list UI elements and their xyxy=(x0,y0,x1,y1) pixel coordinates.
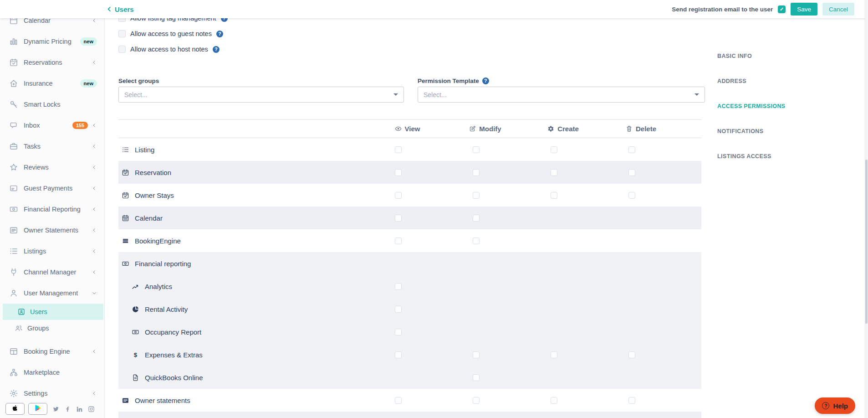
row-label: BookingEngine xyxy=(135,237,181,245)
linkedin-icon[interactable] xyxy=(76,406,83,413)
help-button[interactable]: Help xyxy=(815,397,855,414)
perm-checkbox[interactable] xyxy=(473,374,480,381)
sidebar-item-groups[interactable]: Groups xyxy=(0,320,104,336)
back-chevron-icon xyxy=(106,6,112,12)
perm-checkbox[interactable] xyxy=(473,215,480,222)
send-registration-checkbox[interactable] xyxy=(778,5,786,13)
perm-cell-delete xyxy=(593,169,671,176)
trash-icon xyxy=(626,125,633,132)
sidebar-item-inbox[interactable]: Inbox155 xyxy=(0,115,104,136)
perm-cell-create xyxy=(515,192,593,199)
sidebar-item-listings[interactable]: Listings xyxy=(0,241,104,262)
vertical-scrollbar[interactable] xyxy=(865,0,868,418)
sidebar-item-label: Users xyxy=(30,308,96,315)
sidebar-item-label: Inbox xyxy=(24,122,72,129)
permission-template-select[interactable]: Select... xyxy=(418,87,705,103)
perm-checkbox[interactable] xyxy=(395,351,402,358)
perm-checkbox[interactable] xyxy=(551,192,557,199)
perm-checkbox[interactable] xyxy=(551,146,557,153)
perm-checkbox[interactable] xyxy=(473,146,480,153)
groups-select[interactable]: Select... xyxy=(118,87,404,103)
right-nav-listings-access[interactable]: LISTINGS ACCESS xyxy=(717,152,786,161)
sidebar-item-guest-payments[interactable]: Guest Payments xyxy=(0,178,104,199)
topbar-actions: Send registration email to the user Save… xyxy=(672,0,854,18)
perm-checkbox[interactable] xyxy=(473,351,480,358)
right-nav-notifications[interactable]: NOTIFICATIONS xyxy=(717,127,786,136)
perm-checkbox[interactable] xyxy=(628,351,635,358)
sidebar-item-tasks[interactable]: Tasks xyxy=(0,136,104,157)
perm-checkbox[interactable] xyxy=(395,397,402,404)
perm-checkbox[interactable] xyxy=(395,237,402,244)
perm-checkbox[interactable] xyxy=(395,146,402,153)
sidebar-item-label: Groups xyxy=(27,325,97,332)
sidebar-item-channel-manager[interactable]: Channel Manager xyxy=(0,262,104,283)
sidebar-item-reservations[interactable]: Reservations xyxy=(0,52,104,73)
help-icon[interactable] xyxy=(213,46,220,53)
help-icon[interactable] xyxy=(482,77,489,84)
right-nav-address[interactable]: ADDRESS xyxy=(717,77,786,86)
right-section-nav: BASIC INFOADDRESSACCESS PERMISSIONSNOTIF… xyxy=(717,52,786,161)
perm-checkbox[interactable] xyxy=(551,351,557,358)
instagram-icon[interactable] xyxy=(88,406,95,413)
sidebar-footer xyxy=(5,403,95,415)
app-root: CalendarDynamic PricingnewReservationsIn… xyxy=(0,0,868,418)
sidebar-item-user-management[interactable]: User Management xyxy=(0,283,104,304)
cancel-button[interactable]: Cancel xyxy=(822,3,854,15)
perm-checkbox[interactable] xyxy=(395,329,402,335)
pie-icon xyxy=(132,305,139,313)
send-registration-label: Send registration email to the user xyxy=(672,6,773,13)
perm-checkbox[interactable] xyxy=(395,306,402,313)
save-button[interactable]: Save xyxy=(791,3,817,15)
row-label-cell: Occupancy Report xyxy=(118,328,359,336)
chevron-left-icon xyxy=(92,165,97,170)
row-label: Financial reporting xyxy=(135,260,191,268)
sidebar-item-financial-reporting[interactable]: Financial Reporting xyxy=(0,199,104,220)
sidebar-item-owner-statements[interactable]: Owner Statements xyxy=(0,220,104,241)
google-play-button[interactable] xyxy=(28,403,47,415)
facebook-icon[interactable] xyxy=(64,406,71,413)
row-label-cell: BookingEngine xyxy=(118,237,359,245)
perm-checkbox[interactable] xyxy=(628,169,635,176)
breadcrumb-users[interactable]: Users xyxy=(106,0,134,18)
help-icon[interactable] xyxy=(216,31,223,37)
key-icon xyxy=(9,100,18,109)
groups-select-label-text: Select groups xyxy=(118,77,159,84)
sidebar-item-booking-engine[interactable]: Booking Engine xyxy=(0,341,104,362)
perm-checkbox[interactable] xyxy=(473,169,480,176)
perm-checkbox[interactable] xyxy=(551,169,557,176)
sidebar-item-users[interactable]: Users xyxy=(3,304,103,320)
sidebar-item-insurance[interactable]: Insurancenew xyxy=(0,73,104,94)
perm-checkbox[interactable] xyxy=(628,192,635,199)
sidebar-item-reviews[interactable]: Reviews xyxy=(0,157,104,178)
perm-checkbox[interactable] xyxy=(395,192,402,199)
perm-cell-delete xyxy=(593,351,671,358)
perm-checkbox[interactable] xyxy=(473,237,480,244)
table-row-calendar: Calendar xyxy=(118,206,701,229)
perm-checkbox[interactable] xyxy=(551,397,557,404)
right-nav-basic-info[interactable]: BASIC INFO xyxy=(717,52,786,61)
row-label: Expenses & Extras xyxy=(145,351,203,359)
perm-checkbox[interactable] xyxy=(628,146,635,153)
sidebar-item-marketplace[interactable]: Marketplace xyxy=(0,362,104,383)
perm-checkbox[interactable] xyxy=(473,397,480,404)
perm-cell-modify xyxy=(437,146,515,153)
checkbox[interactable] xyxy=(118,30,126,37)
sidebar-item-dynamic-pricing[interactable]: Dynamic Pricingnew xyxy=(0,31,104,52)
scrollbar-thumb[interactable] xyxy=(865,160,868,324)
checkbox[interactable] xyxy=(118,46,126,53)
twitter-icon[interactable] xyxy=(52,406,59,413)
flag-label: Allow access to guest notes xyxy=(130,30,212,37)
chevron-left-icon xyxy=(92,227,97,233)
perm-checkbox[interactable] xyxy=(395,215,402,222)
perm-checkbox[interactable] xyxy=(395,169,402,176)
calendar-grid-icon xyxy=(122,214,129,222)
app-store-button[interactable] xyxy=(5,403,25,415)
chevron-left-icon xyxy=(92,269,97,275)
perm-checkbox[interactable] xyxy=(628,397,635,404)
sidebar-item-smart-locks[interactable]: Smart Locks xyxy=(0,94,104,115)
perm-checkbox[interactable] xyxy=(395,283,402,290)
sidebar-item-settings[interactable]: Settings xyxy=(0,383,104,404)
home-icon xyxy=(9,79,18,88)
right-nav-access-permissions[interactable]: ACCESS PERMISSIONS xyxy=(717,102,786,111)
perm-checkbox[interactable] xyxy=(473,192,480,199)
